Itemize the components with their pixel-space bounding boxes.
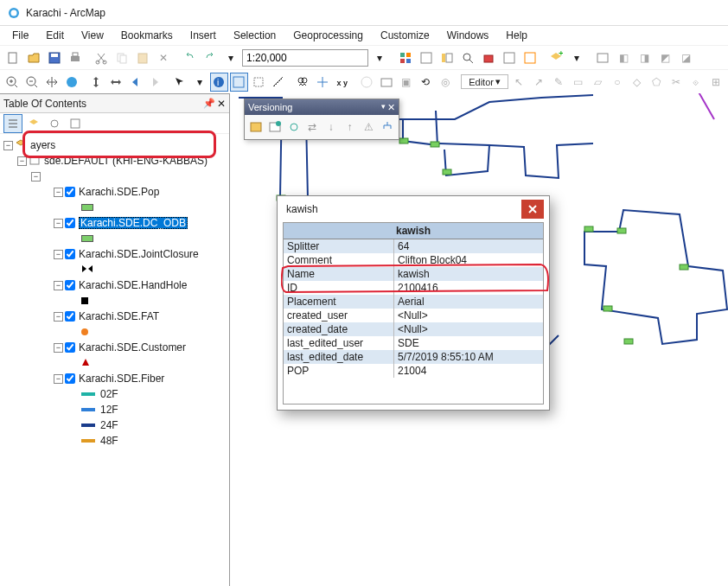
catalog-icon[interactable] <box>437 48 457 67</box>
menu-geoprocessing[interactable]: Geoprocessing <box>284 28 372 43</box>
collapse-icon[interactable]: − <box>31 172 41 182</box>
redo-icon[interactable] <box>201 48 220 67</box>
misc-3-icon[interactable]: ◩ <box>655 48 674 67</box>
python-icon[interactable] <box>500 48 519 67</box>
zoom-in-icon[interactable] <box>3 73 22 92</box>
html-popup-icon[interactable] <box>378 73 396 92</box>
close-button[interactable] <box>521 200 544 219</box>
menu-insert[interactable]: Insert <box>182 28 225 43</box>
edit-tool-8-icon[interactable]: ⬠ <box>648 73 666 92</box>
dataframe-label[interactable]: ayers <box>30 139 55 151</box>
layer-label[interactable]: Karachi.SDE.Pop <box>79 186 159 198</box>
collapse-icon[interactable]: − <box>54 188 63 197</box>
editor-dropdown[interactable]: Editor▾ <box>461 74 508 89</box>
identify-icon[interactable]: i <box>210 73 228 92</box>
delete-icon[interactable]: ✕ <box>154 48 173 67</box>
add-data-dd-icon[interactable]: ▾ <box>567 48 586 67</box>
full-extent-icon[interactable] <box>62 73 80 92</box>
next-extent-icon[interactable] <box>146 73 164 92</box>
identify-window[interactable]: kawish kawish Splitter64CommentClifton B… <box>277 195 550 411</box>
edit-tool-7-icon[interactable]: ◇ <box>628 73 646 92</box>
menu-bookmarks[interactable]: Bookmarks <box>112 28 182 43</box>
list-by-source-icon[interactable] <box>24 114 43 133</box>
menu-selection[interactable]: Selection <box>225 28 284 43</box>
refresh-icon[interactable] <box>285 118 302 137</box>
close-icon[interactable]: ✕ <box>217 98 226 110</box>
extent-dd-icon[interactable]: ▾ <box>221 48 240 67</box>
layer-visibility-checkbox[interactable] <box>65 249 75 259</box>
layer-visibility-checkbox[interactable] <box>65 280 75 290</box>
misc-6-icon[interactable]: ◎ <box>437 73 455 92</box>
list-by-drawing-icon[interactable] <box>3 114 22 133</box>
find-icon[interactable] <box>294 73 312 92</box>
version-label[interactable]: sde.DEFAULT (KHI-ENG-KABBAS) <box>44 155 208 167</box>
dd-icon[interactable]: ▾ <box>190 73 208 92</box>
layer-label[interactable]: Karachi.SDE.HandHole <box>79 279 187 291</box>
change-version-icon[interactable]: ⇄ <box>304 118 321 137</box>
menu-customize[interactable]: Customize <box>372 28 438 43</box>
reconcile-icon[interactable]: ↓ <box>323 118 340 137</box>
pin-icon[interactable]: 📌 <box>203 98 215 110</box>
version-tree-icon[interactable] <box>379 118 395 137</box>
layer-visibility-checkbox[interactable] <box>65 342 75 353</box>
edit-tool-5-icon[interactable]: ▱ <box>589 73 607 92</box>
create-version-icon[interactable] <box>267 118 284 137</box>
misc-5-icon[interactable]: ⟲ <box>417 73 435 92</box>
layer-visibility-checkbox[interactable] <box>65 373 75 384</box>
undo-icon[interactable] <box>180 48 199 67</box>
layer-visibility-checkbox[interactable] <box>65 218 75 228</box>
editor-toolbar-icon[interactable] <box>396 48 415 67</box>
xy-text-icon[interactable]: x y <box>333 73 351 92</box>
search-icon[interactable] <box>458 48 477 67</box>
layer-visibility-checkbox[interactable] <box>65 187 75 197</box>
measure-icon[interactable] <box>269 73 287 92</box>
menu-windows[interactable]: Windows <box>438 28 498 43</box>
menu-view[interactable]: View <box>73 28 112 43</box>
layer-label[interactable]: Karachi.SDE.Fiber <box>79 373 164 385</box>
versioning-toolbar[interactable]: Versioning ▾ ✕ ⇄ ↓ ↑ ⚠ <box>244 99 399 140</box>
menu-file[interactable]: File <box>3 28 37 43</box>
edit-tool-3-icon[interactable]: ✎ <box>549 73 567 92</box>
save-icon[interactable] <box>45 48 64 67</box>
edit-tool-10-icon[interactable]: ⟐ <box>687 73 706 92</box>
toolbar-options-icon[interactable]: ▾ <box>381 102 386 113</box>
add-data-icon[interactable]: + <box>546 48 565 67</box>
collapse-icon[interactable]: − <box>54 343 63 353</box>
collapse-icon[interactable]: − <box>54 219 63 228</box>
misc-1-icon[interactable]: ◧ <box>614 48 633 67</box>
close-icon[interactable]: ✕ <box>387 102 395 113</box>
scale-dd-icon[interactable]: ▾ <box>370 48 389 67</box>
goto-xy-icon[interactable] <box>314 73 332 92</box>
list-by-visibility-icon[interactable] <box>45 114 64 133</box>
layer-label[interactable]: Karachi.SDE.JointClosure <box>79 248 199 260</box>
time-slider-icon[interactable] <box>358 73 376 92</box>
version-manager-icon[interactable] <box>248 118 265 137</box>
edit-tool-6-icon[interactable]: ○ <box>609 73 627 92</box>
scale-input[interactable] <box>242 49 368 67</box>
prev-extent-icon[interactable] <box>126 73 144 92</box>
zoom-out-icon[interactable] <box>23 73 42 92</box>
collapse-icon[interactable]: − <box>3 141 13 150</box>
tbl-icon[interactable] <box>593 48 612 67</box>
misc-4-icon[interactable]: ◪ <box>676 48 695 67</box>
select-rect-icon[interactable] <box>250 73 268 92</box>
open-icon[interactable] <box>24 48 43 67</box>
edit-tool-4-icon[interactable]: ▭ <box>569 73 587 92</box>
collapse-icon[interactable]: − <box>54 312 63 322</box>
copy-icon[interactable] <box>112 48 131 67</box>
collapse-icon[interactable]: − <box>54 374 63 384</box>
list-by-selection-icon[interactable] <box>66 114 85 133</box>
pan-icon[interactable] <box>42 73 61 92</box>
menu-help[interactable]: Help <box>497 28 536 43</box>
fixed-zoom-in-icon[interactable] <box>87 73 105 92</box>
collapse-icon[interactable]: − <box>54 281 63 290</box>
layer-label[interactable]: Karachi.SDE.FAT <box>79 310 159 322</box>
viewer-icon[interactable]: ▣ <box>397 73 415 92</box>
toolbox-icon[interactable] <box>417 48 436 67</box>
paste-icon[interactable] <box>133 48 152 67</box>
conflict-icon[interactable]: ⚠ <box>361 118 377 137</box>
clear-selection-icon[interactable] <box>230 73 248 92</box>
print-icon[interactable] <box>66 48 85 67</box>
modelbuilder-icon[interactable] <box>520 48 540 67</box>
collapse-icon[interactable]: − <box>54 250 63 259</box>
